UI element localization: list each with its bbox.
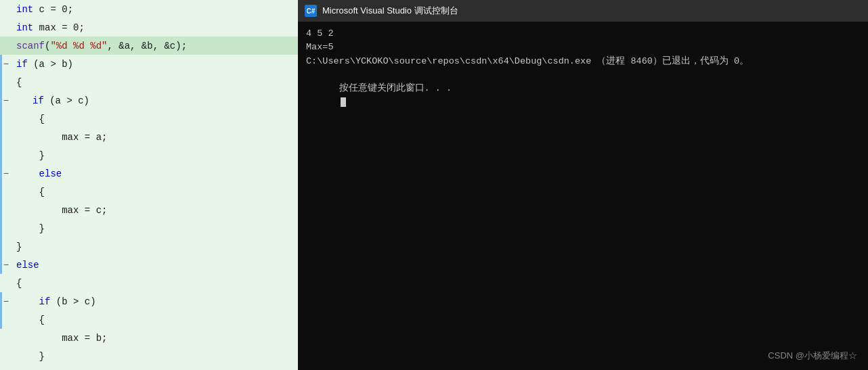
line-text-9: } bbox=[12, 150, 45, 161]
line-text-12: max = c; bbox=[12, 205, 107, 216]
line-text-5: { bbox=[12, 77, 22, 88]
code-line-2: int max = 0; bbox=[0, 18, 298, 37]
code-line-6: − if (a > c) bbox=[0, 91, 298, 110]
watermark: CSDN @小杨爱编程☆ bbox=[768, 350, 857, 362]
code-line-8: max = a; bbox=[0, 128, 298, 146]
line-text-19: max = b; bbox=[12, 333, 107, 344]
console-output-4: 按任意键关闭此窗口. . . bbox=[306, 68, 860, 123]
line-text-13: } bbox=[12, 223, 45, 234]
code-line-7: { bbox=[0, 110, 298, 128]
code-line-20: } bbox=[0, 347, 298, 365]
side-marker-4 bbox=[0, 292, 2, 329]
code-line-4: − if (a > b) bbox=[0, 55, 298, 73]
console-body[interactable]: 4 5 2 Max=5 C:\Users\YCKOKO\source\repos… bbox=[298, 22, 868, 370]
code-line-3: scanf("%d %d %d", &a, &b, &c); bbox=[0, 37, 298, 55]
vs-icon: C# bbox=[305, 5, 317, 17]
line-text-10: else bbox=[12, 168, 62, 179]
code-line-1: int c = 0; bbox=[0, 0, 298, 18]
line-text-18: { bbox=[12, 315, 45, 325]
line-text-6: if (a > c) bbox=[12, 95, 89, 106]
code-content: int c = 0; int max = 0; scanf("%d %d %d"… bbox=[0, 0, 298, 370]
code-line-13: } bbox=[0, 219, 298, 237]
line-text-8: max = a; bbox=[12, 132, 107, 143]
console-cursor bbox=[341, 97, 346, 107]
code-line-11: { bbox=[0, 183, 298, 201]
line-text-3: scanf("%d %d %d", &a, &b, &c); bbox=[12, 41, 187, 51]
code-line-12: max = c; bbox=[0, 201, 298, 219]
code-line-15: − else bbox=[0, 256, 298, 274]
code-line-5: { bbox=[0, 73, 298, 91]
console-output-3: C:\Users\YCKOKO\source\repos\csdn\x64\De… bbox=[306, 55, 860, 68]
line-text-17: if (b > c) bbox=[12, 296, 96, 307]
code-line-14: } bbox=[0, 237, 298, 256]
code-line-9: } bbox=[0, 146, 298, 164]
code-editor: int c = 0; int max = 0; scanf("%d %d %d"… bbox=[0, 0, 298, 370]
code-line-10: − else bbox=[0, 164, 298, 183]
console-output-1: 4 5 2 bbox=[306, 27, 860, 41]
code-line-17: − if (b > c) bbox=[0, 292, 298, 310]
code-line-19: max = b; bbox=[0, 329, 298, 347]
console-title: Microsoft Visual Studio 调试控制台 bbox=[322, 5, 458, 17]
code-line-16: { bbox=[0, 274, 298, 292]
line-text-20: } bbox=[12, 351, 45, 362]
line-text-14: } bbox=[12, 241, 22, 252]
console-output-2: Max=5 bbox=[306, 41, 860, 54]
line-text-2: int max = 0; bbox=[12, 22, 85, 33]
line-text-4: if (a > b) bbox=[12, 59, 73, 70]
console-panel: C# Microsoft Visual Studio 调试控制台 4 5 2 M… bbox=[298, 0, 868, 370]
line-text-1: int c = 0; bbox=[12, 4, 73, 15]
line-text-15: else bbox=[12, 260, 39, 271]
console-titlebar: C# Microsoft Visual Studio 调试控制台 bbox=[298, 0, 868, 22]
line-text-16: { bbox=[12, 278, 22, 289]
side-marker-3 bbox=[0, 237, 2, 274]
side-marker-2 bbox=[0, 91, 2, 164]
line-text-11: { bbox=[12, 187, 45, 198]
code-line-18: { bbox=[0, 310, 298, 329]
line-text-7: { bbox=[12, 114, 45, 124]
